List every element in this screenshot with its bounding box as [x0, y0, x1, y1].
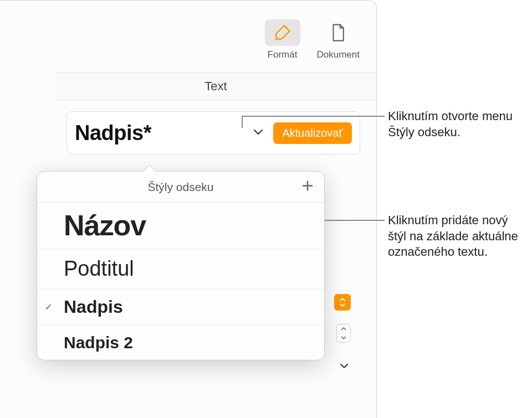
style-item[interactable]: Názov	[37, 203, 324, 249]
text-tab-label: Text	[204, 79, 227, 94]
checkmark-icon: ✓	[45, 302, 52, 312]
stepper-up-icon	[337, 324, 350, 333]
chevron-down-icon	[253, 128, 263, 138]
background-controls	[334, 294, 351, 373]
callout-open-menu: Kliknutím otvorte menu Štýly odseku.	[388, 109, 526, 140]
callout-leader	[317, 220, 385, 221]
callout-leader	[242, 116, 385, 117]
style-item-label: Nadpis	[64, 297, 123, 317]
expand-toggle[interactable]	[337, 359, 351, 373]
stepper-down-icon	[337, 333, 350, 342]
style-list: NázovPodtitul✓NadpisNadpis 2	[37, 203, 324, 360]
callout-add-style: Kliknutím pridáte nový štýl na základe a…	[388, 213, 526, 260]
plus-icon	[301, 179, 314, 192]
popover-arrow	[142, 165, 156, 172]
document-toolbar-button[interactable]: Dokument	[317, 19, 360, 60]
popover-title: Štýly odseku	[147, 180, 213, 194]
style-item[interactable]: Podtitul	[37, 249, 324, 289]
popover-header: Štýly odseku	[37, 172, 324, 203]
style-item[interactable]: Nadpis 2	[37, 326, 324, 360]
dropdown-toggle[interactable]	[334, 294, 351, 311]
paragraph-style-picker[interactable]: Nadpis* Aktualizovať	[66, 111, 360, 154]
value-stepper[interactable]	[336, 324, 351, 343]
document-label: Dokument	[317, 49, 360, 60]
paintbrush-icon	[265, 19, 300, 46]
style-item-label: Podtitul	[64, 257, 134, 280]
style-item[interactable]: ✓Nadpis	[37, 289, 324, 326]
toolbar: Formát Dokument	[0, 13, 376, 67]
format-label: Formát	[268, 49, 298, 60]
style-item-label: Názov	[64, 209, 146, 241]
text-tab[interactable]: Text	[55, 73, 376, 100]
document-icon	[320, 19, 356, 46]
update-style-button[interactable]: Aktualizovať	[273, 122, 352, 144]
add-style-button[interactable]	[301, 179, 314, 195]
paragraph-styles-popover: Štýly odseku NázovPodtitul✓NadpisNadpis …	[37, 171, 325, 360]
style-item-label: Nadpis 2	[64, 333, 133, 352]
inspector-panel: Formát Dokument Text Nadpis* Aktualizova…	[0, 0, 377, 418]
callout-leader	[242, 116, 243, 128]
current-style-name: Nadpis*	[75, 121, 253, 145]
format-toolbar-button[interactable]: Formát	[265, 19, 300, 60]
